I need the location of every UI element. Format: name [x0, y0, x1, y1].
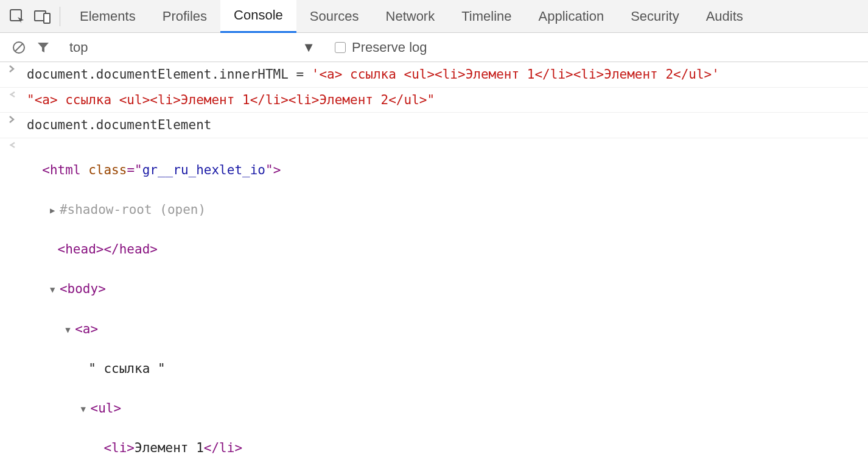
collapse-toggle-icon[interactable]: ▼	[81, 403, 89, 416]
tab-console[interactable]: Console	[220, 0, 296, 33]
console-input-entry[interactable]: document.documentElement.innerHTML = '<a…	[0, 62, 868, 88]
input-marker-icon	[9, 115, 27, 124]
console-input-text: document.documentElement.innerHTML = '<a…	[27, 65, 868, 85]
console-toolbar: top ▼ Preserve log	[0, 33, 868, 62]
devtools-tabbar: ElementsProfilesConsoleSourcesNetworkTim…	[0, 0, 868, 33]
console-input-text: document.documentElement	[27, 115, 868, 135]
tab-profiles[interactable]: Profiles	[149, 0, 220, 33]
context-label: top	[69, 40, 88, 55]
svg-point-5	[10, 94, 11, 95]
console-output: document.documentElement.innerHTML = '<a…	[0, 62, 868, 457]
checkbox-box	[335, 42, 346, 53]
input-marker-icon	[9, 65, 27, 73]
tab-network[interactable]: Network	[373, 0, 449, 33]
output-marker-icon	[9, 90, 27, 99]
console-output-entry[interactable]: "<a> ссылка <ul><li>Элемент 1</li><li>Эл…	[0, 88, 868, 113]
tabs-container: ElementsProfilesConsoleSourcesNetworkTim…	[66, 0, 757, 33]
collapse-toggle-icon[interactable]: ▼	[50, 283, 58, 297]
inspect-icon[interactable]	[6, 5, 28, 27]
console-input-entry[interactable]: document.documentElement	[0, 113, 868, 138]
filter-icon[interactable]	[33, 37, 54, 58]
tab-elements[interactable]: Elements	[66, 0, 149, 33]
collapse-toggle-icon[interactable]: ▼	[65, 324, 74, 337]
tab-timeline[interactable]: Timeline	[448, 0, 525, 33]
tab-application[interactable]: Application	[525, 0, 618, 33]
tab-audits[interactable]: Audits	[693, 0, 757, 33]
preserve-log-checkbox[interactable]: Preserve log	[335, 40, 427, 55]
divider	[60, 7, 60, 26]
dom-tree[interactable]: <html class="gr__ru_hexlet_io"> ▶#shadow…	[27, 141, 868, 457]
svg-line-4	[15, 44, 23, 51]
console-output-entry[interactable]: <html class="gr__ru_hexlet_io"> ▶#shadow…	[0, 138, 868, 457]
expand-toggle-icon[interactable]: ▶	[50, 204, 58, 218]
svg-point-6	[10, 144, 11, 146]
tab-security[interactable]: Security	[617, 0, 692, 33]
output-marker-icon	[9, 141, 27, 149]
chevron-down-icon: ▼	[302, 40, 315, 55]
clear-console-icon[interactable]	[9, 37, 29, 58]
preserve-log-label: Preserve log	[352, 40, 427, 55]
device-mode-icon[interactable]	[32, 5, 54, 27]
svg-rect-2	[44, 13, 50, 23]
console-output-text: "<a> ссылка <ul><li>Элемент 1</li><li>Эл…	[27, 90, 868, 110]
execution-context-select[interactable]: top ▼	[62, 35, 323, 60]
tab-sources[interactable]: Sources	[296, 0, 373, 33]
